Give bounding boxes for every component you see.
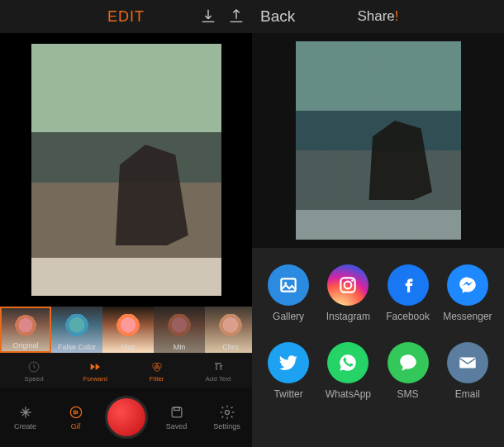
- whatsapp-icon: [327, 342, 368, 383]
- share-messenger[interactable]: Messenger: [439, 264, 497, 322]
- back-button[interactable]: Back: [260, 7, 295, 26]
- tool-addtext[interactable]: Add Text: [195, 360, 241, 383]
- preview-image: [31, 44, 221, 296]
- svg-rect-5: [172, 407, 182, 417]
- share-whatsapp[interactable]: WhatsApp: [319, 342, 377, 400]
- svg-rect-6: [174, 407, 179, 410]
- share-preview: [252, 33, 504, 248]
- share-icon[interactable]: [227, 7, 245, 26]
- share-gallery[interactable]: Gallery: [259, 264, 317, 322]
- svg-rect-8: [281, 278, 295, 291]
- share-preview-image: [296, 41, 461, 240]
- sms-icon: [388, 342, 429, 383]
- share-facebook[interactable]: Facebook: [379, 264, 437, 322]
- messenger-icon: [447, 264, 488, 306]
- svg-point-7: [225, 411, 229, 415]
- tool-speed[interactable]: Speed: [11, 360, 57, 383]
- share-email[interactable]: Email: [439, 342, 497, 400]
- edit-toolbar: Speed Forward Filter Add Text: [0, 354, 252, 388]
- nav-create[interactable]: Create: [4, 404, 47, 430]
- download-icon[interactable]: [199, 7, 217, 26]
- tool-forward[interactable]: Forward: [72, 360, 118, 383]
- twitter-icon: [268, 342, 309, 383]
- filter-min[interactable]: Min: [154, 307, 205, 353]
- edit-preview: [0, 33, 252, 307]
- svg-point-12: [351, 279, 354, 282]
- svg-point-11: [345, 282, 352, 289]
- share-sms[interactable]: SMS: [379, 342, 437, 400]
- email-icon: [447, 342, 488, 383]
- edit-topbar: EDIT: [0, 0, 252, 33]
- nav-saved[interactable]: Saved: [155, 404, 198, 430]
- edit-title: EDIT: [107, 8, 145, 26]
- svg-rect-13: [459, 358, 476, 369]
- edit-bottombar: Create Gif Saved Settings: [0, 388, 252, 447]
- nav-gif[interactable]: Gif: [55, 404, 97, 430]
- share-panel: Gallery Instagram Facebook Messenger: [252, 248, 504, 447]
- tool-filter[interactable]: Filter: [134, 360, 180, 383]
- filter-original[interactable]: Original: [0, 307, 51, 353]
- filter-strip[interactable]: Original False Color Max Min Chro: [0, 307, 252, 354]
- share-topbar: Back Share!: [252, 0, 504, 33]
- filter-max[interactable]: Max: [102, 307, 154, 353]
- gallery-icon: [268, 264, 309, 306]
- instagram-icon: [327, 264, 368, 306]
- edit-screen: EDIT Original False Color Max Min Chr: [0, 0, 252, 447]
- facebook-icon: [388, 264, 429, 306]
- share-title: Share!: [357, 8, 398, 25]
- record-button[interactable]: [105, 396, 148, 439]
- share-screen: Back Share! Gallery Instagram: [252, 0, 504, 447]
- filter-chrome[interactable]: Chro: [205, 307, 252, 353]
- nav-settings[interactable]: Settings: [206, 404, 249, 430]
- filter-falsecolor[interactable]: False Color: [51, 307, 102, 353]
- share-twitter[interactable]: Twitter: [259, 342, 317, 400]
- share-instagram[interactable]: Instagram: [319, 264, 377, 322]
